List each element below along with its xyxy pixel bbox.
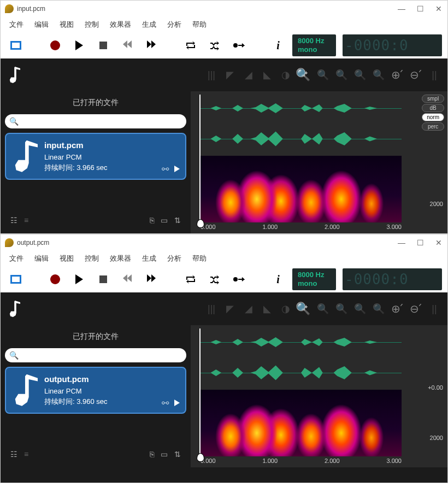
zoom-in-button[interactable]: 🔍+ (298, 68, 311, 81)
menu-item[interactable]: 生成 (137, 17, 162, 32)
visualization-area[interactable]: 0.0001.0002.0003.000smpldBnormperc2000 (191, 91, 447, 233)
info-button[interactable]: i (268, 269, 288, 289)
waveform-overview-top[interactable] (201, 95, 402, 122)
selection-tool-button[interactable] (6, 36, 26, 55)
export-icon[interactable]: ⎘ (150, 216, 154, 225)
stop-button[interactable] (93, 269, 113, 289)
zoom-all-button[interactable]: 🔍 (372, 302, 385, 315)
handle-icon[interactable]: || (428, 302, 441, 315)
ramp-up-icon[interactable]: ◢ (242, 302, 255, 315)
ramp-down-icon[interactable]: ◣ (261, 302, 274, 315)
fastforward-button[interactable] (142, 36, 161, 55)
spectrogram[interactable] (201, 390, 402, 456)
menu-item[interactable]: 效果器 (104, 17, 137, 32)
scale-button-dB[interactable]: dB (422, 104, 444, 112)
menu-item[interactable]: 文件 (4, 251, 29, 266)
ramp-up-icon[interactable]: ◢ (242, 68, 255, 81)
sort-icon[interactable]: ⇅ (174, 216, 181, 225)
waveform-overview-top[interactable] (201, 328, 402, 356)
lines-view-icon[interactable]: ≡ (24, 450, 28, 459)
minimize-button[interactable]: — (397, 4, 406, 13)
playhead[interactable] (199, 95, 201, 224)
image-icon[interactable]: ▭ (161, 450, 168, 459)
maximize-button[interactable]: ☐ (416, 4, 425, 13)
card-play-button[interactable] (174, 400, 180, 406)
stop-button[interactable] (93, 36, 113, 55)
menu-item[interactable]: 视图 (54, 251, 79, 266)
menu-item[interactable]: 效果器 (104, 251, 137, 266)
menu-item[interactable]: 控制 (79, 251, 104, 266)
visualization-area[interactable]: 0.0001.0002.0003.000+0.002000 (191, 325, 447, 467)
waveform-overview-bottom[interactable] (201, 359, 402, 386)
flag-icon[interactable]: ◤ (223, 302, 237, 315)
link-icon[interactable]: ⚯ (162, 398, 169, 408)
menu-item[interactable]: 帮助 (187, 251, 212, 266)
rewind-button[interactable] (117, 36, 137, 55)
search-input[interactable]: 🔍 (5, 348, 186, 362)
flag-icon[interactable]: ◤ (223, 68, 237, 81)
card-play-button[interactable] (174, 166, 180, 172)
knob-icon[interactable]: ◑ (279, 68, 292, 81)
record-button[interactable] (45, 36, 65, 55)
menu-item[interactable]: 分析 (162, 17, 187, 32)
menu-item[interactable]: 帮助 (187, 17, 212, 32)
zoom-sel-button[interactable]: 🔍 (353, 302, 367, 315)
fade-button[interactable] (229, 269, 249, 289)
play-button[interactable] (69, 269, 89, 289)
zoom-all-button[interactable]: 🔍 (372, 68, 385, 81)
list-view-icon[interactable]: ☷ (10, 450, 17, 459)
image-icon[interactable]: ▭ (161, 216, 168, 225)
shuffle-button[interactable] (205, 36, 225, 55)
rewind-button[interactable] (117, 269, 137, 289)
file-card[interactable]: input.pcm Linear PCM 持续时间: 3.966 sec ⚯ (5, 133, 186, 180)
waveform-overview-bottom[interactable] (201, 125, 402, 152)
close-button[interactable]: ✕ (434, 4, 443, 13)
scale-button-norm[interactable]: norm (422, 113, 444, 121)
zoom-out-button[interactable]: 🔍 (316, 68, 329, 81)
vzoom-out-button[interactable]: ⊖ ́ (409, 302, 422, 315)
handle-icon[interactable]: || (428, 68, 441, 81)
link-icon[interactable]: ⚯ (162, 164, 169, 174)
bars-icon[interactable]: ||| (205, 302, 218, 315)
loop-button[interactable] (181, 36, 201, 55)
minimize-button[interactable]: — (397, 238, 406, 247)
vzoom-out-button[interactable]: ⊖ ́ (409, 68, 422, 81)
file-card[interactable]: output.pcm Linear PCM 持续时间: 3.960 sec ⚯ (5, 367, 186, 414)
shuffle-button[interactable] (205, 269, 225, 289)
info-button[interactable]: i (268, 36, 288, 55)
menu-item[interactable]: 文件 (4, 17, 29, 32)
menu-item[interactable]: 编辑 (29, 251, 54, 266)
play-button[interactable] (69, 36, 89, 55)
ramp-down-icon[interactable]: ◣ (261, 68, 274, 81)
lines-view-icon[interactable]: ≡ (24, 216, 28, 225)
fade-button[interactable] (229, 36, 249, 55)
fastforward-button[interactable] (142, 269, 161, 289)
playhead[interactable] (199, 328, 201, 457)
menu-item[interactable]: 生成 (137, 251, 162, 266)
zoom-sel-button[interactable]: 🔍 (353, 68, 367, 81)
bars-icon[interactable]: ||| (205, 68, 218, 81)
sort-icon[interactable]: ⇅ (174, 450, 181, 459)
maximize-button[interactable]: ☐ (416, 238, 425, 247)
zoom-fit-button[interactable]: 🔍 (335, 68, 348, 81)
menu-item[interactable]: 控制 (79, 17, 104, 32)
menu-item[interactable]: 分析 (162, 251, 187, 266)
vzoom-in-button[interactable]: ⊕ ́ (391, 68, 404, 81)
spectrogram[interactable] (201, 156, 402, 222)
scale-button-perc[interactable]: perc (422, 122, 444, 131)
list-view-icon[interactable]: ☷ (10, 216, 17, 225)
zoom-in-button[interactable]: 🔍+ (298, 302, 311, 315)
selection-tool-button[interactable] (6, 269, 26, 289)
zoom-out-button[interactable]: 🔍 (316, 302, 329, 315)
knob-icon[interactable]: ◑ (279, 302, 292, 315)
vzoom-in-button[interactable]: ⊕ ́ (391, 302, 404, 315)
record-button[interactable] (45, 269, 65, 289)
menu-item[interactable]: 编辑 (29, 17, 54, 32)
export-icon[interactable]: ⎘ (150, 450, 154, 459)
search-input[interactable]: 🔍 (5, 114, 186, 128)
zoom-fit-button[interactable]: 🔍 (335, 302, 348, 315)
menu-item[interactable]: 视图 (54, 17, 79, 32)
close-button[interactable]: ✕ (434, 238, 443, 247)
loop-button[interactable] (181, 269, 201, 289)
scale-button-smpl[interactable]: smpl (422, 95, 444, 103)
